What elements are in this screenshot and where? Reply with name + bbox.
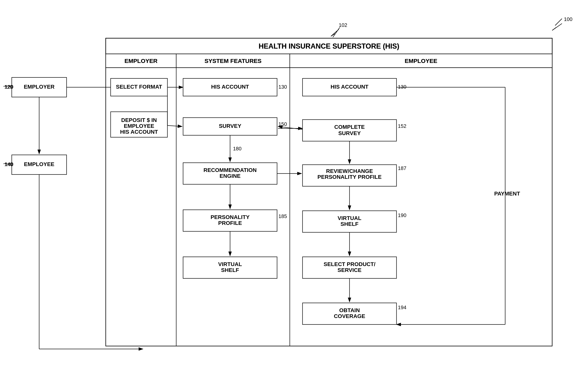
select-product-label-1: SELECT PRODUCT/ xyxy=(324,261,376,267)
ref-185: 185 xyxy=(278,213,287,219)
survey-sys-label: SURVEY xyxy=(219,123,241,129)
ref-194: 194 xyxy=(398,304,406,310)
ref-150: 150 xyxy=(278,121,287,127)
ref-187: 187 xyxy=(398,165,406,171)
employee-label: EMPLOYEE xyxy=(24,161,54,167)
ref-180: 180 xyxy=(233,146,241,152)
select-format-label: SELECT FORMAT xyxy=(116,84,162,90)
virtual-shelf-emp-label-1: VIRTUAL xyxy=(338,215,361,221)
review-personality-label-1: REVIEW/CHANGE xyxy=(326,168,373,174)
personality-label-1: PERSONALITY xyxy=(211,214,249,220)
his-account-emp-label: HIS ACCOUNT xyxy=(331,84,368,90)
ref-190: 190 xyxy=(398,212,406,218)
select-product-label-2: SERVICE xyxy=(338,267,361,273)
rec-engine-label-1: RECOMMENDATION xyxy=(203,167,257,173)
rec-engine-label-2: ENGINE xyxy=(219,173,240,179)
employer-label: EMPLOYER xyxy=(24,84,54,90)
deposit-label-1: DEPOSIT $ IN xyxy=(121,117,157,123)
obtain-coverage-label-1: OBTAIN xyxy=(339,307,360,313)
virtual-shelf-sys-label-2: SHELF xyxy=(221,267,239,273)
deposit-label-2: EMPLOYEE xyxy=(124,123,154,129)
ref-152: 152 xyxy=(398,123,406,129)
virtual-shelf-sys-label-1: VIRTUAL xyxy=(218,261,242,267)
ref-102: 102 xyxy=(339,22,347,28)
col-employer-text: EMPLOYER xyxy=(124,58,158,64)
virtual-shelf-emp-label-2: SHELF xyxy=(341,221,359,227)
review-personality-label-2: PERSONALITY PROFILE xyxy=(317,174,382,180)
payment-label: PAYMENT xyxy=(494,191,520,197)
complete-survey-label-2: SURVEY xyxy=(338,130,361,136)
personality-label-2: PROFILE xyxy=(218,220,242,226)
obtain-coverage-label-2: COVERAGE xyxy=(334,313,365,319)
svg-line-1 xyxy=(552,28,556,30)
col-system-text: SYSTEM FEATURES xyxy=(204,58,261,64)
ref-140-label: 140 xyxy=(4,161,13,167)
svg-line-35 xyxy=(333,28,340,37)
ref-130-emp: 130 xyxy=(398,84,406,90)
deposit-label-3: HIS ACCOUNT xyxy=(120,129,158,135)
his-account-sys-label: HIS ACCOUNT xyxy=(211,84,249,90)
col-employee-text: EMPLOYEE xyxy=(405,58,438,64)
ref-130-sys: 130 xyxy=(278,84,287,90)
diagram-container: 100 102 HEALTH INSURANCE SUPERSTORE (HIS… xyxy=(0,0,588,368)
his-title-text: HEALTH INSURANCE SUPERSTORE (HIS) xyxy=(259,42,399,50)
ref-100: 100 xyxy=(564,16,572,22)
ref-120-label: 120 xyxy=(4,84,13,90)
complete-survey-label-1: COMPLETE xyxy=(334,124,365,130)
